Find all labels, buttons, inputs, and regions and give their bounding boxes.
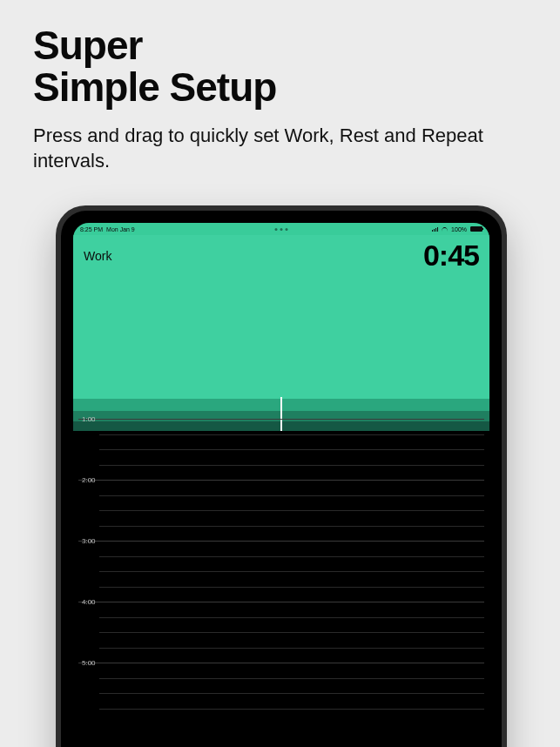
tick-minor xyxy=(99,510,484,511)
tablet-frame: 8:25 PM Mon Jan 9 100% xyxy=(56,205,507,747)
battery-icon xyxy=(470,226,482,232)
status-time: 8:25 PM xyxy=(80,226,103,232)
timer-value: 0:45 xyxy=(423,239,479,273)
tick-label: 2:00 xyxy=(82,476,96,484)
tick-label: 3:00 xyxy=(82,537,96,545)
tick-minor xyxy=(99,556,484,557)
wifi-icon xyxy=(442,227,448,232)
app-store-screenshot: Super Simple Setup Press and drag to qui… xyxy=(0,0,560,747)
tick-major xyxy=(78,602,484,602)
page-title: Super Simple Setup xyxy=(33,24,276,109)
tick-label: 4:00 xyxy=(82,598,96,606)
status-left: 8:25 PM Mon Jan 9 xyxy=(80,226,135,232)
status-date: Mon Jan 9 xyxy=(106,226,135,232)
mode-label: Work xyxy=(84,249,111,263)
tick-minor xyxy=(99,648,484,649)
tick-minor xyxy=(99,617,484,618)
tick-minor xyxy=(99,678,484,679)
tick-major xyxy=(78,419,484,420)
tick-minor xyxy=(99,587,484,588)
tick-label: 5:00 xyxy=(82,659,96,667)
page-subtitle: Press and drag to quickly set Work, Rest… xyxy=(33,124,525,173)
status-right: 100% xyxy=(432,226,482,232)
tick-minor xyxy=(99,571,484,572)
cellular-icon xyxy=(432,226,438,232)
headline-line-1: Super xyxy=(33,23,142,68)
tick-major xyxy=(78,541,484,542)
timeline-inner: 1:002:003:004:005:00 xyxy=(73,431,489,747)
tablet-bezel: 8:25 PM Mon Jan 9 100% xyxy=(61,211,502,747)
tick-minor xyxy=(99,709,484,710)
timeline-ruler[interactable]: 1:002:003:004:005:00 xyxy=(73,431,489,747)
tick-minor xyxy=(99,465,484,466)
tick-minor xyxy=(99,449,484,450)
tick-minor xyxy=(99,495,484,496)
tick-major xyxy=(78,480,484,481)
tick-minor xyxy=(99,434,484,435)
tick-minor xyxy=(99,526,484,527)
tick-major xyxy=(78,663,484,663)
multitask-dots-icon xyxy=(275,228,288,231)
status-bar: 8:25 PM Mon Jan 9 100% xyxy=(73,223,489,235)
headline-line-2: Simple Setup xyxy=(33,64,276,110)
tick-label: 1:00 xyxy=(82,415,96,423)
battery-percent: 100% xyxy=(451,226,467,232)
tablet-screen: 8:25 PM Mon Jan 9 100% xyxy=(73,223,489,747)
tick-minor xyxy=(99,693,484,694)
tick-minor xyxy=(99,632,484,633)
